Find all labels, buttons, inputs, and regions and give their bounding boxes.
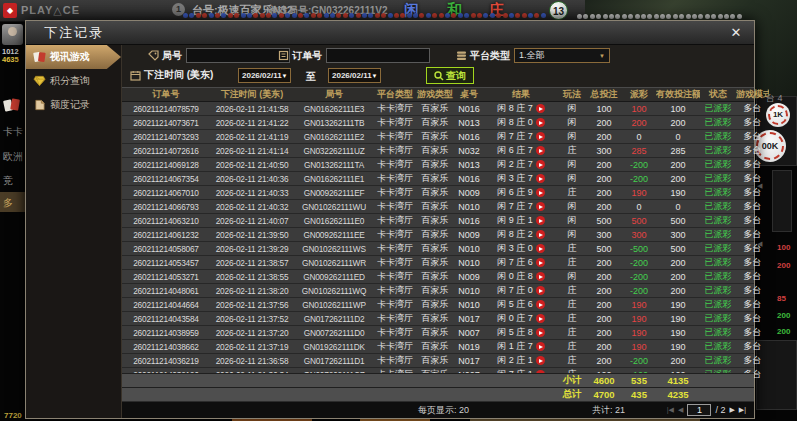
cell-status: 已派彩: [700, 340, 736, 353]
result-text: 闲 0 庄 7: [497, 312, 533, 325]
cell-play: 闲: [558, 102, 586, 115]
video-replay-icon[interactable]: [536, 356, 545, 365]
video-replay-icon[interactable]: [536, 272, 545, 281]
date-to-label: 至: [306, 70, 316, 84]
first-page-button[interactable]: |◀: [667, 406, 674, 414]
bead-dot: [451, 13, 456, 18]
last-page-button[interactable]: ▶|: [739, 406, 746, 414]
bead-dot: [528, 13, 533, 18]
video-replay-icon[interactable]: [536, 118, 545, 127]
cell-platform: 卡卡湾厅: [374, 340, 416, 353]
cell-status: 已派彩: [700, 102, 736, 115]
result-text: 闲 0 庄 8: [497, 270, 533, 283]
close-icon[interactable]: ✕: [728, 25, 744, 41]
cell-table: N016: [454, 132, 484, 142]
platform-type-select[interactable]: 1.全部 ▼: [514, 48, 610, 63]
cell-game: 百家乐: [416, 186, 454, 199]
video-replay-icon[interactable]: [536, 202, 545, 211]
bead-dot: [394, 13, 399, 18]
video-replay-icon[interactable]: [536, 300, 545, 309]
chip-1k[interactable]: 1K: [766, 103, 790, 127]
bead-dot: [324, 13, 329, 18]
table-row: 2602112140480612026-02-11 21:38:20GN0102…: [122, 284, 754, 298]
bead-dot: [234, 13, 239, 18]
next-page-button[interactable]: ▶: [729, 406, 734, 414]
cell-status: 已派彩: [700, 298, 736, 311]
video-replay-icon[interactable]: [536, 258, 545, 267]
cell-bet: 200: [586, 272, 622, 282]
cell-play: 闲: [558, 270, 586, 283]
cell-payout: 285: [622, 146, 656, 156]
table-header-row: 订单号下注时间 (美东)局号平台类型游戏类型桌号结果玩法总投注派彩有效投注额状态…: [122, 87, 754, 102]
cell-play: 庄: [558, 186, 586, 199]
date-to-picker[interactable]: 2026/02/11 ▼: [328, 68, 381, 83]
bead-dot: [356, 13, 361, 18]
video-replay-icon[interactable]: [536, 342, 545, 351]
cell-payout: -200: [622, 356, 656, 366]
video-replay-icon[interactable]: [536, 216, 545, 225]
bead-dot: [445, 13, 450, 18]
bead-dot-empty: [686, 14, 691, 19]
video-replay-icon[interactable]: [536, 286, 545, 295]
calendar-caret-icon: ▼: [282, 73, 288, 79]
column-header: 有效投注额: [656, 88, 700, 101]
cell-time: 2026-02-11 21:38:20: [210, 286, 294, 296]
date-from-picker[interactable]: 2026/02/11 ▼: [238, 68, 291, 83]
video-replay-icon[interactable]: [536, 314, 545, 323]
cell-result: 闲 6 庄 9: [484, 186, 558, 199]
sidebar-item-quota-records[interactable]: 额度记录: [26, 93, 104, 117]
video-replay-icon[interactable]: [536, 132, 545, 141]
cell-mode: 多台: [736, 242, 769, 255]
cell-mode: 多台: [736, 298, 769, 311]
page-number-input[interactable]: [687, 404, 711, 416]
cell-round: GN013262111TA: [294, 160, 374, 170]
cell-order: 260211214053457: [122, 258, 210, 268]
grand-total-row: 总计 4700 435 4235: [122, 387, 754, 401]
cell-table: N016: [454, 104, 484, 114]
search-button[interactable]: 查询: [426, 67, 474, 84]
video-replay-icon[interactable]: [536, 174, 545, 183]
video-replay-icon[interactable]: [536, 230, 545, 239]
cell-mode: 多台: [736, 340, 769, 353]
cell-mode: 多台: [736, 186, 769, 199]
subtotal-label: 小计: [558, 374, 586, 387]
video-replay-icon[interactable]: [536, 146, 545, 155]
order-filter-input[interactable]: [326, 48, 430, 63]
cell-payout: -200: [622, 272, 656, 282]
sidebar-item-video-games[interactable]: 视讯游戏: [26, 45, 121, 69]
cell-status: 已派彩: [700, 214, 736, 227]
cell-valid: 285: [656, 146, 700, 156]
cell-game: 百家乐: [416, 228, 454, 241]
table-row: 2602112140726162026-02-11 21:41:14GN0322…: [122, 144, 754, 158]
cell-play: 庄: [558, 298, 586, 311]
video-replay-icon[interactable]: [536, 328, 545, 337]
cell-game: 百家乐: [416, 256, 454, 269]
sidebar-item-points-query[interactable]: 积分查询: [26, 69, 104, 93]
bead-dot-empty: [622, 14, 627, 19]
round-filter-input[interactable]: [186, 48, 290, 63]
bg-menu-kaka: 卡卡: [3, 125, 23, 139]
cell-payout: 100: [622, 104, 656, 114]
bead-dot: [439, 13, 444, 18]
cell-status: 已派彩: [700, 242, 736, 255]
cell-result: 闲 3 庄 0: [484, 242, 558, 255]
cell-order: 260211214038662: [122, 342, 210, 352]
bead-dot-empty: [724, 14, 729, 19]
cell-valid: 500: [656, 216, 700, 226]
shoe-count-ball: 13: [549, 1, 568, 20]
cell-round: GN010262111WQ: [294, 286, 374, 296]
cell-payout: -200: [622, 258, 656, 268]
cell-result: 闲 5 庄 8: [484, 326, 558, 339]
video-replay-icon[interactable]: [536, 188, 545, 197]
video-replay-icon[interactable]: [536, 244, 545, 253]
video-replay-icon[interactable]: [536, 104, 545, 113]
prev-page-button[interactable]: ◀: [678, 406, 683, 414]
bead-dot: [266, 13, 271, 18]
cell-platform: 卡卡湾厅: [374, 200, 416, 213]
cell-valid: 190: [656, 342, 700, 352]
video-replay-icon[interactable]: [536, 160, 545, 169]
cell-table: N013: [454, 160, 484, 170]
bg-number: 200: [777, 261, 790, 270]
column-header: 平台类型: [374, 88, 416, 101]
balance-secondary: 4635: [2, 55, 19, 64]
